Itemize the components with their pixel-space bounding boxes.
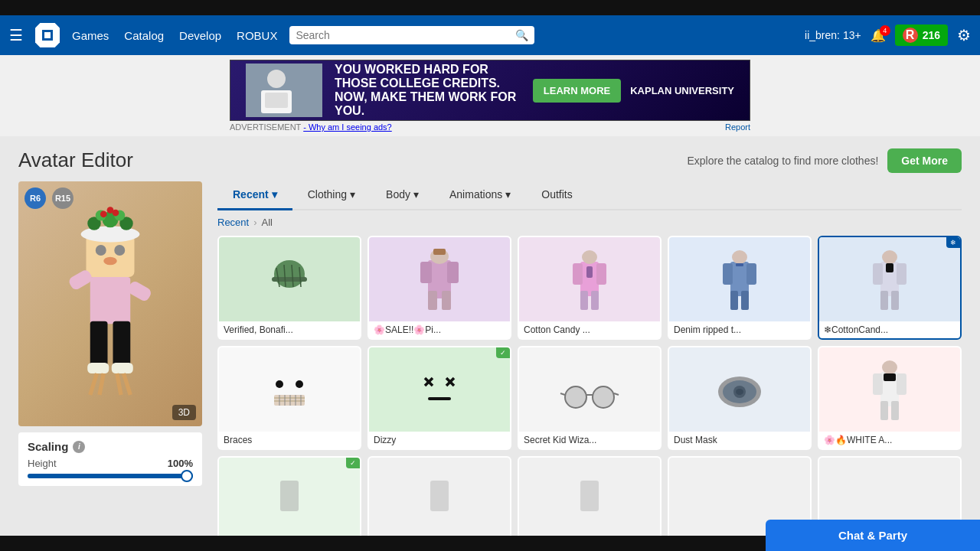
page-title: Avatar Editor — [18, 148, 202, 172]
scaling-section: Scaling i Height 100% — [18, 432, 202, 486]
content-wrapper: Avatar Editor R6 R15 — [0, 136, 980, 551]
svg-rect-62 — [891, 291, 899, 310]
3d-badge[interactable]: 3D — [172, 405, 196, 420]
svg-rect-40 — [428, 291, 437, 310]
svg-rect-43 — [433, 249, 446, 255]
svg-rect-98 — [580, 481, 599, 511]
height-slider[interactable] — [28, 474, 193, 478]
svg-rect-90 — [873, 373, 883, 395]
nav-robux[interactable]: ROBUX — [237, 29, 277, 42]
list-item[interactable]: ❄ ❄CottonCand... — [818, 236, 962, 340]
tab-bar: Recent ▾ Clothing ▾ Body ▾ Animations ▾ … — [217, 181, 962, 210]
list-item[interactable]: ✓ Dizzy — [368, 346, 511, 450]
item-label: Denim ripped t... — [669, 321, 810, 338]
hamburger-icon[interactable]: ☰ — [9, 26, 23, 44]
item-image — [219, 347, 360, 432]
item-badge: ❄ — [946, 237, 960, 248]
item-label: Dizzy — [369, 432, 510, 448]
item-image: ✓ — [369, 347, 510, 432]
svg-rect-95 — [884, 373, 896, 381]
header-row: . Explore the catalog to find more cloth… — [217, 148, 962, 173]
explore-text: Explore the catalog to find more clothes… — [688, 155, 879, 167]
list-item[interactable]: Verified, Bonafi... — [217, 236, 361, 340]
breadcrumb-separator: › — [253, 217, 256, 228]
item-label: Verified, Bonafi... — [219, 321, 360, 338]
body-arrow-icon: ▾ — [413, 188, 419, 201]
list-item[interactable]: Cotton Candy ... — [518, 236, 662, 340]
item-image — [819, 347, 960, 432]
svg-rect-32 — [272, 277, 307, 282]
svg-rect-10 — [112, 363, 133, 373]
search-input[interactable] — [296, 29, 515, 41]
breadcrumb-all: All — [262, 217, 273, 228]
list-item[interactable]: Secret Kid Wiza... — [518, 346, 662, 450]
report-link[interactable]: Report — [725, 122, 750, 132]
list-item[interactable]: Denim ripped t... — [668, 236, 812, 340]
svg-point-20 — [107, 207, 114, 214]
list-item[interactable]: Dust Mask — [668, 346, 812, 450]
left-panel: Avatar Editor R6 R15 — [18, 148, 202, 549]
svg-rect-46 — [596, 263, 606, 285]
list-item[interactable]: 🌸SALE!!🌸Pi... — [368, 236, 511, 340]
chat-party-bar[interactable]: Chat & Party — [766, 520, 980, 551]
tab-outfits[interactable]: Outfits — [526, 181, 587, 210]
svg-rect-93 — [891, 401, 899, 420]
item-image — [519, 458, 660, 542]
nav-catalog[interactable]: Catalog — [124, 29, 164, 42]
advertisement-label: ADVERTISEMENT - Why am I seeing ads? — [230, 122, 392, 132]
svg-rect-38 — [420, 262, 432, 283]
main-nav: Games Catalog Develop ROBUX — [72, 29, 277, 42]
learn-more-button[interactable]: LEARN MORE — [533, 79, 621, 103]
item-image — [219, 237, 360, 321]
item-image — [519, 347, 660, 432]
svg-rect-53 — [746, 263, 756, 285]
r6-badge[interactable]: R6 — [24, 187, 46, 209]
scaling-title: Scaling i — [28, 440, 193, 453]
tab-recent[interactable]: Recent ▾ — [217, 181, 292, 210]
username-label: ii_bren: 13+ — [805, 29, 861, 41]
list-item[interactable]: 🌸🔥WHITE A... — [818, 346, 962, 450]
animations-arrow-icon: ▾ — [505, 188, 511, 201]
svg-point-56 — [732, 250, 747, 264]
item-label: Dust Mask — [669, 432, 810, 448]
svg-rect-54 — [730, 291, 738, 310]
main-area: Avatar Editor R6 R15 — [0, 136, 980, 551]
svg-rect-39 — [447, 262, 459, 283]
svg-point-23 — [103, 257, 117, 266]
settings-icon[interactable]: ⚙ — [957, 26, 971, 44]
search-icon[interactable]: 🔍 — [515, 29, 528, 41]
svg-rect-79 — [428, 397, 451, 400]
svg-point-22 — [114, 245, 125, 256]
nav-games[interactable]: Games — [72, 29, 109, 42]
svg-point-66 — [296, 380, 303, 388]
svg-line-28 — [117, 373, 121, 395]
svg-rect-1 — [44, 32, 51, 38]
r15-badge[interactable]: R15 — [52, 187, 74, 209]
svg-rect-55 — [741, 291, 749, 310]
notification-bell[interactable]: 🔔 4 — [871, 28, 886, 43]
roblox-logo[interactable] — [35, 23, 60, 47]
robux-button[interactable]: R 216 — [895, 24, 948, 46]
item-label: ❄CottonCand... — [819, 321, 960, 338]
svg-rect-41 — [442, 291, 451, 310]
items-grid: Verified, Bonafi... — [217, 236, 962, 549]
svg-rect-60 — [897, 263, 906, 285]
breadcrumb-recent[interactable]: Recent — [217, 217, 249, 228]
item-label: Cotton Candy ... — [519, 321, 660, 338]
clothing-arrow-icon: ▾ — [350, 188, 355, 201]
list-item[interactable]: Braces — [217, 346, 361, 450]
svg-rect-6 — [90, 277, 131, 324]
nav-develop[interactable]: Develop — [179, 29, 221, 42]
tab-clothing[interactable]: Clothing ▾ — [292, 181, 371, 210]
chat-party-label: Chat & Party — [838, 529, 907, 542]
svg-rect-64 — [886, 263, 893, 272]
get-more-button[interactable]: Get More — [887, 148, 962, 173]
tab-body[interactable]: Body ▾ — [371, 181, 434, 210]
scaling-info-icon[interactable]: i — [73, 441, 85, 453]
item-image: ✓ — [219, 458, 360, 542]
why-ads-link[interactable]: - Why am I seeing ads? — [303, 122, 392, 132]
tab-animations[interactable]: Animations ▾ — [434, 181, 526, 210]
svg-rect-96 — [280, 481, 299, 511]
svg-rect-48 — [591, 291, 599, 310]
svg-line-26 — [90, 373, 97, 395]
